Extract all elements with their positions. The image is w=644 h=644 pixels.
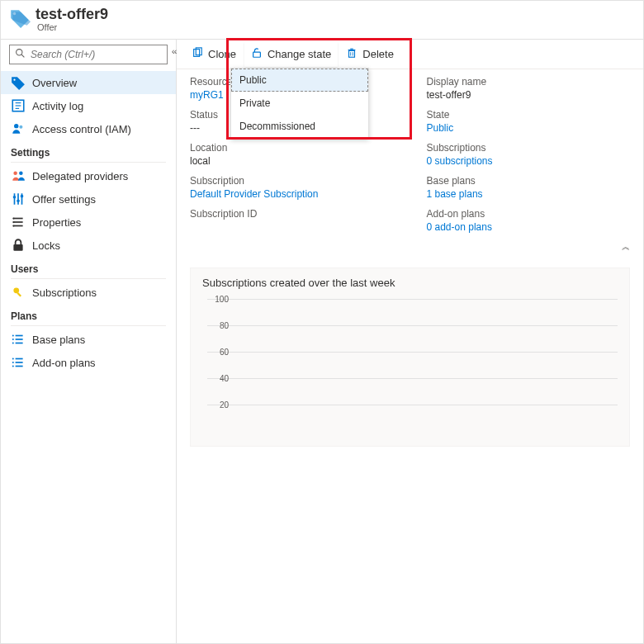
detail-base-plans: Base plans 1 base plans [427,175,631,200]
sidebar-item-label: Delegated providers [32,170,128,182]
svg-point-21 [12,217,14,219]
sidebar-item-label: Activity log [32,100,83,112]
overview-tag-icon [11,75,26,90]
sidebar-item-base-plans[interactable]: Base plans [1,328,176,351]
sidebar-item-offer-settings[interactable]: Offer settings [1,187,176,211]
trash-icon [346,47,358,61]
detail-display-name: Display name test-offer9 [427,76,631,101]
sidebar-heading-users: Users [1,257,176,278]
search-icon [15,48,26,61]
access-control-icon [11,121,26,136]
svg-point-23 [12,225,14,226]
svg-point-30 [12,334,14,336]
svg-point-22 [12,221,14,223]
svg-rect-42 [349,50,355,57]
sidebar-item-addon-plans[interactable]: Add-on plans [1,351,176,374]
sidebar-item-label: Offer settings [32,193,96,206]
y-tick: 100 [207,295,229,304]
providers-icon [11,168,26,183]
dropdown-item-public[interactable]: Public [231,69,368,92]
state-link[interactable]: Public [427,122,631,134]
page-header: test-offer9 Offer [1,1,643,40]
svg-point-11 [19,171,23,175]
sidebar-item-label: Access control (IAM) [32,123,131,135]
svg-point-1 [17,50,22,55]
clone-button[interactable]: Clone [185,42,243,67]
sidebar-item-label: Add-on plans [32,357,96,369]
svg-point-38 [12,365,14,367]
svg-point-31 [12,339,14,340]
change-state-button[interactable]: Change state [244,42,338,67]
change-state-dropdown: Public Private Decommissioned [230,68,369,139]
dropdown-item-decommissioned[interactable]: Decommissioned [231,115,368,138]
sidebar-item-label: Locks [32,239,60,252]
toolbar: Clone Change state Delete [177,40,643,69]
sidebar-item-properties[interactable]: Properties [1,211,176,234]
delete-label: Delete [362,48,394,60]
sidebar-item-label: Properties [32,216,81,229]
subscription-link[interactable]: Default Provider Subscription [190,188,394,200]
change-state-label: Change state [268,48,331,60]
svg-line-2 [21,54,24,57]
detail-state: State Public [427,109,631,134]
svg-point-32 [12,342,14,343]
sidebar-item-label: Subscriptions [32,286,97,299]
main-content: Clone Change state Delete Public Private… [177,40,643,644]
svg-point-25 [13,287,19,293]
base-plans-link[interactable]: 1 base plans [427,188,631,200]
sidebar-item-access-control[interactable]: Access control (IAM) [1,117,176,140]
addon-plans-link[interactable]: 0 add-on plans [427,221,631,233]
detail-addon-plans: Add-on plans 0 add-on plans [427,208,631,233]
sidebar-item-delegated-providers[interactable]: Delegated providers [1,164,176,187]
svg-rect-41 [253,52,261,57]
svg-point-15 [13,196,17,199]
list-icon [11,355,26,370]
dropdown-item-private[interactable]: Private [231,92,368,115]
clone-icon [192,47,203,61]
properties-icon [11,215,26,230]
offer-settings-icon [11,192,26,206]
y-tick: 80 [207,321,229,330]
detail-location: Location local [190,142,394,167]
search-input[interactable] [29,48,162,61]
sidebar-search[interactable] [9,45,168,64]
svg-point-10 [13,171,17,175]
activity-log-icon [11,98,26,113]
delete-button[interactable]: Delete [339,42,400,67]
lock-icon [11,238,26,253]
y-tick: 60 [207,348,229,357]
svg-point-17 [21,195,24,198]
sidebar-item-locks[interactable]: Locks [1,234,176,257]
detail-subscription-id: Subscription ID [190,208,394,233]
sidebar-item-label: Overview [32,77,77,89]
detail-subscription: Subscription Default Provider Subscripti… [190,175,394,200]
svg-point-3 [13,79,15,81]
chart-title: Subscriptions created over the last week [202,277,618,289]
sidebar-item-overview[interactable]: Overview [1,71,176,94]
svg-rect-24 [13,244,22,251]
collapse-details-icon[interactable]: ︽ [190,241,630,253]
page-subtitle: Offer [37,22,108,32]
svg-point-36 [12,358,14,359]
svg-point-9 [19,125,22,129]
sidebar-item-activity-log[interactable]: Activity log [1,94,176,117]
svg-point-16 [17,199,20,202]
clone-label: Clone [208,48,236,60]
y-tick: 40 [207,374,229,383]
chart-grid: 100 80 60 40 20 [207,299,618,431]
subscriptions-link[interactable]: 0 subscriptions [427,155,631,167]
list-icon [11,332,26,347]
svg-rect-26 [17,292,21,297]
sidebar-item-subscriptions[interactable]: Subscriptions [1,281,176,304]
unlock-icon [251,47,263,61]
svg-point-8 [14,124,18,128]
key-icon [11,285,26,300]
sidebar-item-label: Base plans [32,334,85,346]
y-tick: 20 [207,400,229,410]
detail-subscriptions: Subscriptions 0 subscriptions [427,142,631,167]
svg-point-37 [12,362,14,363]
offer-tag-icon [9,6,31,31]
sidebar: « Overview Activity log Access control (… [1,40,177,644]
page-title: test-offer9 [36,6,108,22]
sidebar-heading-plans: Plans [1,304,176,325]
